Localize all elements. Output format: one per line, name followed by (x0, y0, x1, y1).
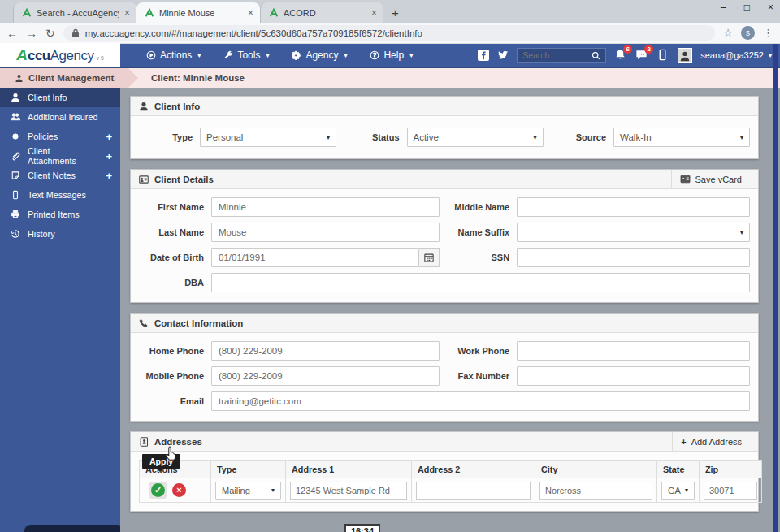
search-input[interactable] (522, 50, 587, 60)
calendar-button[interactable] (419, 248, 440, 267)
sidebar-item-label: Client Info (28, 93, 67, 102)
accuagency-logo[interactable]: AccuAgencyv 5 (0, 43, 120, 67)
browser-tab-active[interactable]: Minnie Mouse × (136, 2, 260, 23)
col-state: State (657, 461, 700, 478)
user-menu[interactable]: seana@ga3252 ▾ (700, 50, 772, 60)
close-tab-icon[interactable]: × (124, 7, 130, 19)
col-address2: Address 2 (412, 461, 535, 478)
menu-actions[interactable]: Actions▾ (138, 46, 209, 64)
sidebar-item-text-messages[interactable]: Text Messages (0, 185, 120, 205)
add-policy-button[interactable]: + (106, 131, 112, 143)
address-book-icon (139, 437, 149, 447)
sidebar-item-policies[interactable]: Policies + (0, 127, 120, 146)
notifications-button[interactable]: 6 (614, 49, 627, 62)
menu-help[interactable]: ? Help▾ (362, 46, 421, 64)
maximize-button[interactable]: □ (744, 2, 750, 13)
minimize-button[interactable]: – (721, 2, 726, 13)
chevron-down-icon: ▾ (271, 487, 275, 494)
close-tab-icon[interactable]: × (371, 7, 377, 19)
address2-cell (412, 478, 535, 503)
sidebar-item-label: Additional Insured (28, 112, 98, 122)
first-name-label: First Name (139, 202, 204, 212)
zip-cell (700, 478, 762, 503)
save-vcard-button[interactable]: Save vCard (671, 170, 750, 189)
chevron-down-icon: ▾ (266, 52, 269, 59)
dba-field[interactable] (211, 273, 750, 292)
new-tab-button[interactable]: + (392, 6, 399, 23)
sidebar-item-label: Client Attachments (28, 146, 98, 166)
chevron-down-icon: ▾ (410, 52, 413, 59)
sidebar-item-printed-items[interactable]: Printed Items (0, 205, 120, 224)
add-attachment-button[interactable]: + (106, 150, 112, 162)
addresses-table-header: Actions Type Address 1 Address 2 City St… (140, 461, 762, 478)
tab-title: Minnie Mouse (159, 8, 243, 18)
city-field[interactable] (540, 482, 652, 500)
messages-button[interactable]: 2 (635, 49, 648, 62)
source-select[interactable]: Walk-In▾ (613, 128, 750, 147)
close-window-button[interactable]: × (768, 2, 774, 13)
sidebar-item-additional-insured[interactable]: Additional Insured (0, 107, 120, 127)
add-note-button[interactable]: + (106, 170, 112, 182)
bookmark-star-icon[interactable]: ☆ (723, 27, 733, 39)
url-bar[interactable]: my.accuagency.com/#/management/client/5c… (63, 25, 716, 41)
address-type-select[interactable]: Mailing▾ (215, 482, 281, 500)
sidebar-item-history[interactable]: History (0, 224, 120, 244)
home-phone-field[interactable] (211, 341, 440, 361)
ssn-field[interactable] (517, 248, 750, 267)
refresh-button[interactable]: ↻ (46, 28, 55, 39)
last-name-field[interactable] (211, 223, 440, 242)
zip-field[interactable] (704, 482, 757, 500)
apply-button[interactable]: ✓ (151, 483, 165, 497)
sidebar-item-label: Client Notes (28, 171, 76, 180)
phone-handset-icon (139, 318, 149, 328)
wrench-icon (223, 50, 233, 60)
texts-button[interactable] (656, 49, 670, 62)
search-icon (592, 51, 600, 60)
breadcrumb-section[interactable]: Client Management (0, 68, 128, 88)
fax-number-field[interactable] (517, 366, 750, 386)
type-value: Personal (206, 132, 243, 142)
status-select[interactable]: Active▾ (407, 128, 544, 147)
facebook-icon[interactable] (478, 50, 489, 61)
first-name-field[interactable] (211, 197, 440, 217)
menu-tools[interactable]: Tools▾ (215, 46, 277, 64)
state-select[interactable]: GA▾ (661, 482, 695, 500)
email-field[interactable] (211, 391, 750, 411)
mobile-phone-field[interactable] (211, 366, 440, 386)
dob-field[interactable] (211, 248, 419, 267)
browser-menu-icon[interactable]: ⋮ (763, 27, 774, 39)
add-address-button[interactable]: + Add Address (672, 432, 750, 452)
browser-profile-avatar[interactable]: s (741, 26, 755, 40)
user-avatar[interactable] (678, 48, 692, 63)
cogs-icon (292, 50, 301, 60)
sidebar-item-client-info[interactable]: Client Info (0, 88, 120, 107)
address1-field[interactable] (290, 482, 407, 500)
cancel-button[interactable]: × (172, 483, 186, 497)
sidebar-item-client-attachments[interactable]: Client Attachments + (0, 146, 120, 166)
addresses-panel: Addresses + Add Address Actions Type Add… (130, 431, 759, 512)
twitter-icon[interactable] (497, 50, 509, 61)
plus-icon: + (681, 437, 686, 447)
state-value: GA (668, 486, 681, 495)
note-icon (11, 171, 20, 180)
breadcrumb: Client Management Client: Minnie Mouse (0, 68, 780, 88)
back-button[interactable]: ← (6, 28, 18, 39)
nav-search-box[interactable] (517, 48, 606, 63)
work-phone-field[interactable] (517, 341, 750, 361)
type-select[interactable]: Personal▾ (200, 128, 336, 147)
sidebar-item-client-notes[interactable]: Client Notes + (0, 166, 120, 185)
close-tab-icon[interactable]: × (248, 7, 254, 19)
name-suffix-select[interactable]: ▾ (517, 223, 750, 242)
browser-toolbar: ← → ↻ my.accuagency.com/#/management/cli… (0, 23, 780, 44)
middle-name-label: Middle Name (440, 202, 509, 212)
menu-agency[interactable]: Agency▾ (284, 46, 355, 64)
forward-button[interactable]: → (26, 28, 37, 39)
middle-name-field[interactable] (517, 197, 750, 217)
address2-field[interactable] (416, 482, 531, 500)
col-city: City (535, 461, 657, 478)
sidebar-item-label: Text Messages (28, 190, 86, 200)
browser-tab[interactable]: ACORD × (260, 2, 384, 23)
col-address1: Address 1 (286, 461, 412, 478)
browser-tab[interactable]: Search - AccuAgency × (13, 2, 136, 23)
page-scrollbar[interactable] (773, 44, 778, 532)
